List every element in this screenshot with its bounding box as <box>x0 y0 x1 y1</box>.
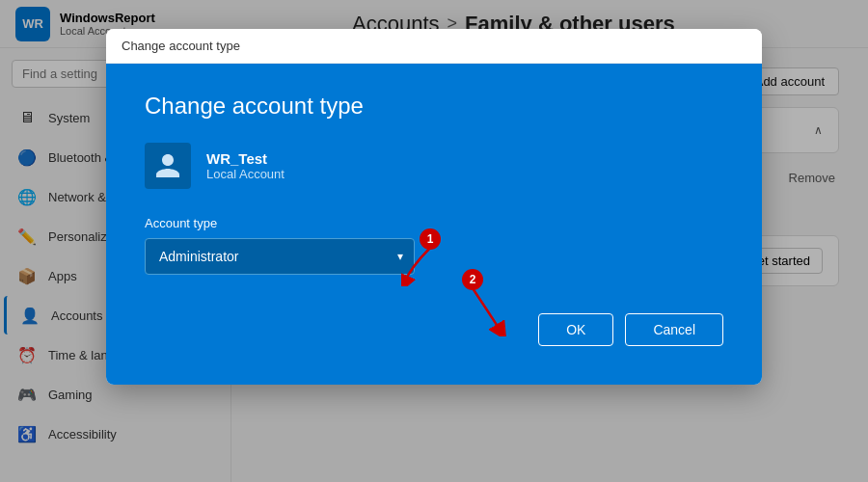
user-name: WR_Test <box>206 150 285 167</box>
callout-2: 2 <box>462 269 483 290</box>
dialog-wrapper: Change account type Change account type … <box>106 29 762 385</box>
dialog-body: Change account type WR_Test Local Accoun… <box>106 64 762 385</box>
cancel-button[interactable]: Cancel <box>625 313 723 346</box>
account-type-select[interactable]: Administrator Standard User <box>145 238 415 275</box>
dialog-titlebar-text: Change account type <box>122 39 240 53</box>
user-info-row: WR_Test Local Account <box>145 143 723 189</box>
account-type-select-wrapper: Administrator Standard User ▾ 1 <box>145 238 415 275</box>
user-avatar <box>145 143 191 189</box>
user-type: Local Account <box>206 167 285 181</box>
dialog-overlay: Change account type Change account type … <box>0 0 868 482</box>
ok-button[interactable]: OK <box>538 313 613 346</box>
callout-2-arrow <box>434 288 511 336</box>
callout-2-group: 2 <box>434 269 511 336</box>
callout-1: 1 <box>420 228 441 250</box>
account-type-label: Account type <box>145 216 723 230</box>
dialog-titlebar: Change account type <box>106 29 762 64</box>
dialog-heading: Change account type <box>145 93 723 120</box>
user-details: WR_Test Local Account <box>206 150 285 181</box>
dialog-footer: 2 OK Cancel <box>145 313 723 346</box>
